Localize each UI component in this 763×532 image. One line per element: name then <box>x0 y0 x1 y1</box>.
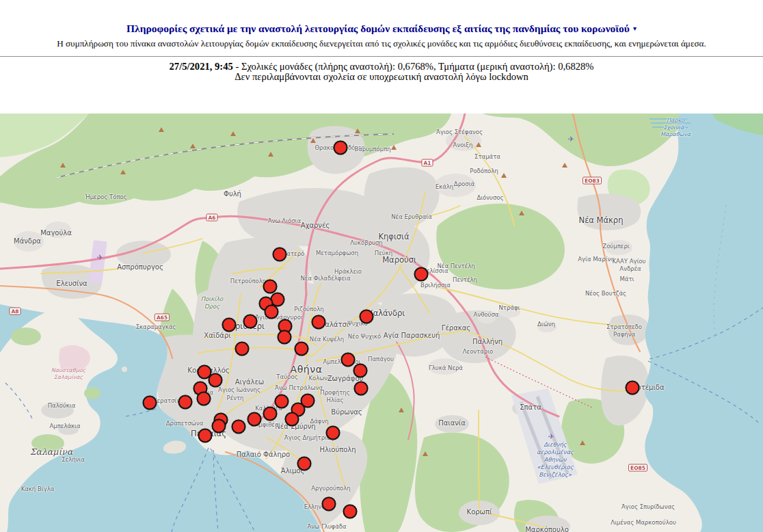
school-closure-marker[interactable] <box>626 381 640 395</box>
school-closure-marker[interactable] <box>197 392 211 406</box>
page-title: Πληροφορίες σχετικά με την αναστολή λειτ… <box>126 23 630 34</box>
school-closure-marker[interactable] <box>265 305 279 319</box>
school-closure-marker[interactable] <box>275 395 289 409</box>
school-closure-marker[interactable] <box>222 318 237 332</box>
school-closure-marker[interactable] <box>263 407 278 421</box>
school-closure-marker[interactable] <box>198 429 213 443</box>
school-closure-marker[interactable] <box>360 310 374 324</box>
header: Πληροφορίες σχετικά με την αναστολή λειτ… <box>0 0 763 49</box>
school-closure-marker[interactable] <box>278 330 292 345</box>
status-note: Δεν περιλαμβάνονται σχολεία σε υποχρεωτι… <box>0 72 763 81</box>
chevron-down-icon: ▾ <box>633 25 637 32</box>
school-closure-marker[interactable] <box>232 420 246 434</box>
school-closure-marker[interactable] <box>209 373 223 388</box>
school-closure-marker[interactable] <box>322 497 336 511</box>
school-closure-marker[interactable] <box>297 457 312 471</box>
map[interactable]: ✈✈✈ ΜάνδραΜαγούλαΉμερος ΤόποςΑσπρόπυργος… <box>0 114 763 532</box>
school-closure-marker[interactable] <box>354 382 369 396</box>
school-closure-marker[interactable] <box>312 315 326 330</box>
page: Πληροφορίες σχετικά με την αναστολή λειτ… <box>0 0 763 532</box>
status-timestamp: 27/5/2021, 9:45 <box>170 61 233 72</box>
school-closure-marker[interactable] <box>341 353 356 367</box>
school-closure-marker[interactable] <box>295 342 309 356</box>
school-closure-marker[interactable] <box>343 505 358 519</box>
markers-layer <box>0 114 763 532</box>
status-metrics: - Σχολικές μονάδες (πλήρης αναστολή): 0,… <box>233 61 594 72</box>
school-closure-marker[interactable] <box>414 267 429 282</box>
school-closure-marker[interactable] <box>212 419 226 434</box>
status-bar: 27/5/2021, 9:45 - Σχολικές μονάδες (πλήρ… <box>0 57 763 81</box>
school-closure-marker[interactable] <box>285 412 299 427</box>
school-closure-marker[interactable] <box>143 396 157 410</box>
school-closure-marker[interactable] <box>247 412 262 427</box>
school-closure-marker[interactable] <box>263 280 278 294</box>
school-closure-marker[interactable] <box>178 395 193 410</box>
info-dropdown[interactable]: Πληροφορίες σχετικά με την αναστολή λειτ… <box>126 23 637 35</box>
school-closure-marker[interactable] <box>243 315 258 329</box>
page-subtitle: Η συμπλήρωση του πίνακα αναστολών λειτου… <box>0 38 763 49</box>
school-closure-marker[interactable] <box>235 342 250 356</box>
school-closure-marker[interactable] <box>353 364 368 378</box>
school-closure-marker[interactable] <box>273 248 287 262</box>
school-closure-marker[interactable] <box>326 426 340 440</box>
school-closure-marker[interactable] <box>334 141 348 155</box>
